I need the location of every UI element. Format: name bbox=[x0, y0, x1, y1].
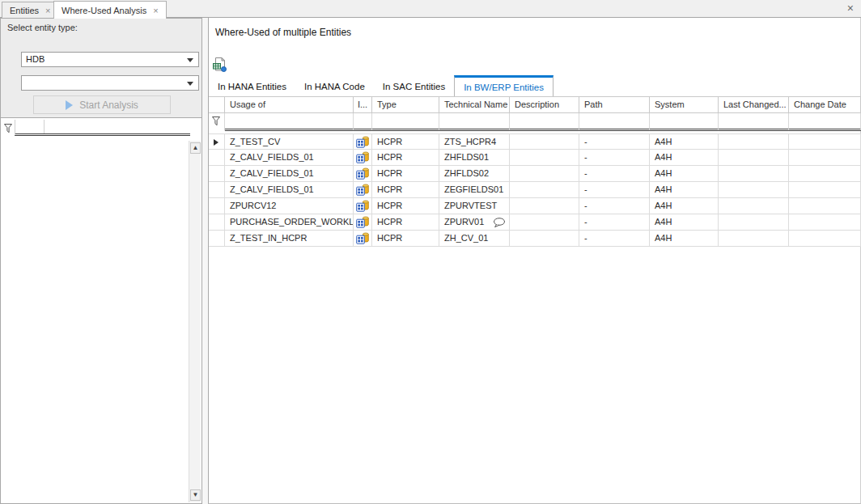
play-icon bbox=[66, 100, 73, 110]
filter-cell-system[interactable] bbox=[650, 113, 719, 131]
tab-where-used-analysis-label: Where-Used Analysis bbox=[62, 6, 146, 15]
filter-cell-description[interactable] bbox=[510, 113, 579, 131]
filter-cell-icon[interactable] bbox=[354, 113, 372, 131]
column-header-icon[interactable]: I... bbox=[354, 97, 372, 113]
table-row[interactable]: Z_TEST_IN_HCPR HCPR ZH_CV_01 - bbox=[209, 231, 861, 247]
table-row[interactable]: Z_CALV_FIELDS_01 HCPR ZHFLDS02 bbox=[209, 166, 861, 182]
document-tabstrip: Entities × Where-Used Analysis × × bbox=[0, 0, 861, 18]
cell-technical-name: ZHFLDS01 bbox=[439, 150, 510, 166]
cell-last-changed bbox=[719, 166, 789, 182]
result-tabbar: In HANA Entities In HANA Code In SAC Ent… bbox=[209, 75, 554, 96]
filter-cell-change-date[interactable] bbox=[789, 113, 861, 131]
column-header-usage-of[interactable]: Usage of bbox=[225, 97, 354, 113]
hcpr-icon bbox=[356, 216, 369, 228]
cell-icon bbox=[354, 133, 372, 150]
cell-icon bbox=[354, 166, 372, 182]
technical-name-text: ZPURV01 bbox=[444, 217, 484, 227]
row-indicator-cell bbox=[209, 182, 225, 198]
cell-system: A4H bbox=[650, 198, 719, 214]
column-header-change-date[interactable]: Change Date bbox=[789, 97, 861, 113]
filter-cell-type[interactable] bbox=[372, 113, 439, 131]
cell-last-changed bbox=[719, 214, 789, 231]
start-analysis-button[interactable]: Start Analysis bbox=[33, 95, 171, 114]
cell-usage-of: Z_TEST_IN_HCPR bbox=[225, 231, 354, 247]
filter-cell-technical-name[interactable] bbox=[439, 113, 510, 131]
column-header-technical-name[interactable]: Technical Name bbox=[439, 97, 510, 113]
cell-system: A4H bbox=[650, 214, 719, 231]
scroll-down-button[interactable]: ▼ bbox=[190, 489, 201, 501]
entity-list-filter-row[interactable] bbox=[15, 120, 190, 136]
cell-usage-of: Z_TEST_CV bbox=[225, 133, 354, 150]
entity-type-combo[interactable]: HDB bbox=[21, 52, 199, 67]
table-row[interactable]: Z_CALV_FIELDS_01 HCPR ZEGFIELDS01 bbox=[209, 182, 861, 198]
cell-type: HCPR bbox=[372, 166, 439, 182]
cell-description bbox=[510, 198, 579, 214]
group-caption: Select entity type: bbox=[7, 23, 78, 32]
cell-last-changed bbox=[719, 182, 789, 198]
cell-type: HCPR bbox=[372, 198, 439, 214]
tab-in-bw-erp-entities[interactable]: In BW/ERP Entities bbox=[454, 75, 554, 96]
entity-type-panel: Select entity type: HDB Start Analysis bbox=[0, 18, 202, 118]
tab-in-hana-entities[interactable]: In HANA Entities bbox=[209, 75, 295, 96]
cell-type: HCPR bbox=[372, 231, 439, 247]
table-row[interactable]: Z_CALV_FIELDS_01 HCPR ZHFLDS01 bbox=[209, 150, 861, 166]
filter-cell-usage-of[interactable] bbox=[225, 113, 354, 131]
column-header-type[interactable]: Type bbox=[372, 97, 439, 113]
cell-change-date bbox=[789, 133, 861, 150]
tab-in-hana-code[interactable]: In HANA Code bbox=[295, 75, 374, 96]
column-header-path[interactable]: Path bbox=[579, 97, 650, 113]
comment-icon[interactable] bbox=[493, 218, 506, 231]
cell-description bbox=[510, 182, 579, 198]
cell-icon bbox=[354, 182, 372, 198]
tab-entities-close-icon[interactable]: × bbox=[45, 6, 50, 15]
hcpr-icon bbox=[356, 232, 369, 244]
cell-type: HCPR bbox=[372, 214, 439, 231]
technical-name-text: ZHFLDS01 bbox=[444, 152, 489, 162]
splitter-handle[interactable] bbox=[202, 18, 208, 504]
tab-where-used-analysis-close-icon[interactable]: × bbox=[153, 6, 158, 15]
export-excel-button[interactable] bbox=[211, 55, 229, 73]
cell-description bbox=[510, 231, 579, 247]
export-excel-icon bbox=[213, 57, 227, 72]
row-indicator-cell bbox=[209, 198, 225, 214]
column-header-indicator[interactable] bbox=[209, 97, 225, 113]
chevron-down-icon bbox=[187, 82, 193, 86]
row-indicator-cell bbox=[209, 214, 225, 231]
entity-list-scrollbar[interactable]: ▲ ▼ bbox=[189, 141, 201, 502]
cell-system: A4H bbox=[650, 166, 719, 182]
cell-type: HCPR bbox=[372, 150, 439, 166]
cell-usage-of: Z_CALV_FIELDS_01 bbox=[225, 150, 354, 166]
cell-icon bbox=[354, 198, 372, 214]
cell-technical-name: ZH_CV_01 bbox=[439, 231, 510, 247]
entity-list-filter-cell[interactable] bbox=[15, 120, 45, 133]
tab-in-sac-entities[interactable]: In SAC Entities bbox=[374, 75, 454, 96]
panel-close-icon[interactable]: × bbox=[847, 2, 854, 14]
cell-type: HCPR bbox=[372, 182, 439, 198]
entity-combo[interactable] bbox=[21, 75, 199, 91]
table-row[interactable]: PURCHASE_ORDER_WORKLIST HCPR ZPURV01 bbox=[209, 214, 861, 231]
hcpr-icon bbox=[356, 200, 369, 212]
cell-technical-name: ZEGFIELDS01 bbox=[439, 182, 510, 198]
cell-path: - bbox=[579, 166, 650, 182]
filter-icon-cell bbox=[209, 113, 225, 131]
table-row[interactable]: ZPURCV12 HCPR ZPURVTEST - bbox=[209, 198, 861, 214]
column-header-description[interactable]: Description bbox=[510, 97, 579, 113]
filter-cell-last-changed[interactable] bbox=[719, 113, 789, 131]
filter-icon bbox=[212, 116, 221, 126]
results-table: Usage of I... Type Technical Name Descri… bbox=[209, 96, 861, 247]
tab-entities[interactable]: Entities × bbox=[2, 2, 59, 18]
cell-technical-name: ZPURVTEST bbox=[439, 198, 510, 214]
cell-icon bbox=[354, 231, 372, 247]
scroll-up-button[interactable]: ▲ bbox=[190, 142, 201, 154]
filter-cell-path[interactable] bbox=[579, 113, 650, 131]
column-header-system[interactable]: System bbox=[650, 97, 719, 113]
cell-change-date bbox=[789, 198, 861, 214]
cell-system: A4H bbox=[650, 231, 719, 247]
table-row[interactable]: Z_TEST_CV HCPR ZTS_HCPR4 - bbox=[209, 133, 861, 150]
cell-path: - bbox=[579, 150, 650, 166]
hcpr-icon bbox=[356, 136, 369, 148]
column-header-last-changed[interactable]: Last Changed... bbox=[719, 97, 789, 113]
entity-list-filter-cell[interactable] bbox=[45, 120, 190, 133]
tab-where-used-analysis[interactable]: Where-Used Analysis × bbox=[53, 1, 167, 19]
cell-icon bbox=[354, 214, 372, 231]
